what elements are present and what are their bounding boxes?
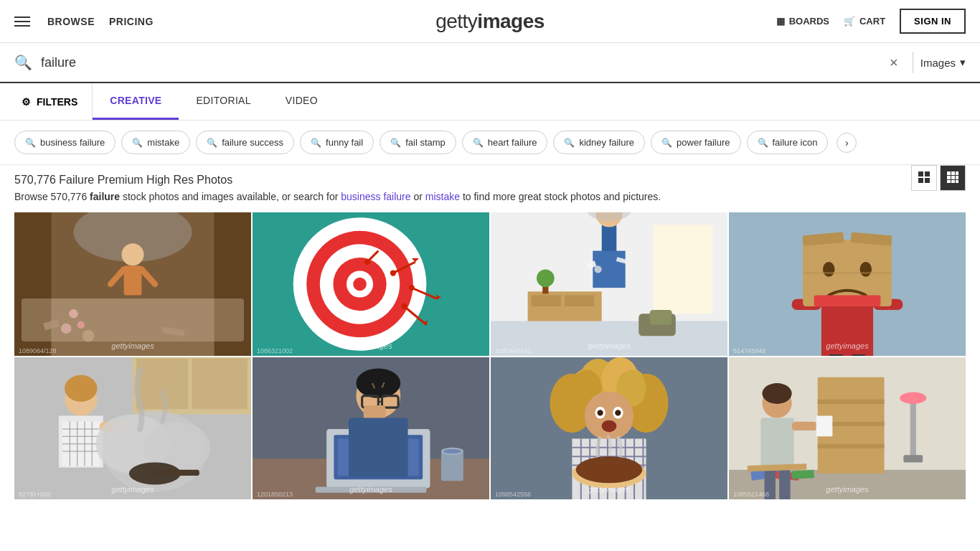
image-tile-3[interactable]: gettyimages 1085448843 [491, 212, 727, 356]
image-tile-2[interactable]: gettyimages 1086321002 [253, 212, 489, 356]
results-desc-prefix: Browse 570,776 [14, 191, 90, 202]
tag-search-icon: 🔍 [390, 138, 401, 148]
tag-mistake[interactable]: 🔍 mistake [121, 131, 190, 154]
suggested-tags: 🔍 business failure 🔍 mistake 🔍 failure s… [0, 121, 980, 165]
tag-search-icon: 🔍 [132, 138, 143, 148]
browse-link[interactable]: BROWSE [47, 16, 95, 27]
watermark-5: gettyimages [111, 485, 154, 494]
tag-fail-stamp[interactable]: 🔍 fail stamp [380, 131, 456, 154]
svg-point-26 [77, 321, 85, 329]
tag-heart-failure[interactable]: 🔍 heart failure [462, 131, 548, 154]
tag-search-icon: 🔍 [311, 138, 321, 148]
svg-rect-157 [818, 400, 885, 404]
pricing-link[interactable]: PRICING [109, 16, 154, 27]
svg-point-148 [576, 456, 643, 483]
site-logo[interactable]: gettyimages [435, 10, 545, 33]
tag-search-icon: 🔍 [473, 138, 484, 148]
view-controls [911, 165, 966, 191]
filters-button[interactable]: ⚙ FILTERS [7, 83, 93, 120]
results-count: 570,776 Failure Premium High Res Photos [14, 174, 966, 187]
tag-search-icon: 🔍 [564, 138, 575, 148]
image-id-8: 1085521468 [733, 491, 769, 498]
tag-business-failure[interactable]: 🔍 business failure [14, 131, 116, 154]
svg-point-164 [762, 383, 791, 404]
sign-in-button[interactable]: SIGN IN [900, 9, 966, 34]
image-type-selector[interactable]: Images ▾ [920, 56, 966, 69]
filter-bar: ⚙ FILTERS CREATIVE EDITORIAL VIDEO [0, 83, 980, 121]
results-desc-bold: failure [90, 191, 120, 202]
svg-rect-6 [956, 171, 958, 175]
watermark-3: gettyimages [588, 342, 630, 350]
image-tile-6[interactable]: gettyimages 1201850213 [253, 357, 489, 499]
image-id-1: 1089064/128 [19, 347, 57, 354]
tag-failure-success[interactable]: 🔍 failure success [196, 131, 294, 154]
hamburger-menu[interactable] [14, 17, 30, 27]
svg-rect-11 [951, 180, 955, 183]
image-7-content [491, 357, 727, 499]
svg-rect-1 [925, 171, 930, 176]
results-link-business-failure[interactable]: business failure [341, 191, 410, 202]
image-5-content [14, 357, 251, 499]
svg-point-83 [65, 375, 97, 402]
svg-rect-49 [654, 225, 713, 314]
search-input[interactable] [41, 55, 882, 70]
tab-creative[interactable]: CREATIVE [93, 83, 179, 120]
svg-rect-4 [947, 171, 951, 175]
tag-power-failure[interactable]: 🔍 power failure [651, 131, 740, 154]
tag-kidney-failure[interactable]: 🔍 kidney failure [553, 131, 645, 154]
filter-icon: ⚙ [22, 96, 31, 108]
watermark-7: gettyimages [588, 485, 630, 494]
svg-rect-23 [162, 326, 185, 336]
image-tile-4[interactable]: gettyimages 614745948 [729, 212, 966, 356]
filter-tabs: CREATIVE EDITORIAL VIDEO [93, 83, 335, 120]
tab-editorial[interactable]: EDITORIAL [179, 83, 268, 120]
boards-link[interactable]: ▦ BOARDS [776, 16, 829, 27]
svg-rect-81 [192, 359, 248, 409]
svg-rect-7 [947, 176, 951, 179]
image-grid: gettyimages 1089064/128 [0, 211, 980, 501]
svg-rect-99 [155, 470, 199, 476]
image-id-4: 614745948 [733, 347, 765, 354]
cart-link[interactable]: 🛒 CART [844, 16, 885, 27]
header-nav: BROWSE PRICING [47, 16, 154, 27]
svg-point-43 [401, 303, 407, 309]
svg-point-27 [61, 324, 71, 334]
svg-rect-8 [951, 176, 955, 179]
cart-icon: 🛒 [844, 16, 855, 27]
chevron-right-icon: › [845, 137, 849, 149]
svg-rect-52 [565, 295, 594, 306]
svg-rect-5 [951, 171, 955, 175]
tab-video[interactable]: VIDEO [268, 83, 335, 120]
svg-rect-76 [814, 295, 881, 306]
image-tile-8[interactable]: gettyimages 1085521468 [729, 357, 966, 499]
image-id-7: 1098542556 [495, 491, 531, 498]
image-tile-7[interactable]: gettyimages 1098542556 [491, 357, 727, 499]
svg-point-111 [356, 368, 400, 397]
svg-point-134 [602, 420, 617, 433]
compact-view-button[interactable] [940, 165, 966, 191]
header-left: BROWSE PRICING [14, 16, 154, 27]
results-desc-middle: stock photos and images available, or se… [120, 191, 341, 202]
svg-rect-165 [760, 418, 793, 470]
watermark-4: gettyimages [826, 342, 868, 350]
search-bar: 🔍 × Images ▾ [0, 43, 980, 83]
svg-point-132 [598, 410, 603, 415]
results-link-mistake[interactable]: mistake [425, 191, 460, 202]
image-4-content [729, 212, 966, 356]
grid-view-button[interactable] [911, 165, 937, 191]
svg-point-109 [443, 449, 461, 453]
clear-search-button[interactable]: × [882, 55, 905, 71]
svg-rect-153 [910, 400, 916, 459]
tag-failure-icon[interactable]: 🔍 failure icon [747, 131, 829, 154]
tag-funny-fail[interactable]: 🔍 funny fail [300, 131, 374, 154]
image-tile-5[interactable]: gettyimages 82791+000 [14, 357, 251, 499]
image-tile-1[interactable]: gettyimages 1089064/128 [14, 212, 251, 356]
svg-rect-63 [650, 310, 672, 325]
image-8-content [729, 357, 966, 499]
tag-search-icon: 🔍 [207, 138, 217, 148]
svg-rect-169 [779, 470, 790, 499]
watermark-6: gettyimages [349, 485, 392, 494]
tags-next-arrow[interactable]: › [837, 133, 857, 153]
svg-rect-166 [792, 422, 818, 430]
svg-rect-167 [816, 415, 833, 436]
